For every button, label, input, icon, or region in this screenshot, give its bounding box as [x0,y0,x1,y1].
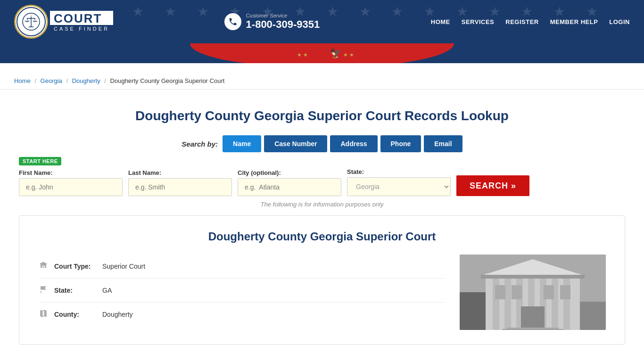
svg-text:★ ★: ★ ★ [343,52,354,58]
search-button[interactable]: SEARCH » [456,175,529,196]
nav-login[interactable]: LOGIN [609,18,630,25]
city-input[interactable] [238,178,341,196]
svg-rect-17 [460,292,488,330]
phone-icon [224,13,241,30]
logo-area: ★ ★ ★ COURT CASE FINDER [14,5,113,39]
tab-name[interactable]: Name [223,135,261,152]
breadcrumb-dougherty[interactable]: Dougherty [72,77,100,84]
breadcrumb-sep-1: / [34,77,36,84]
svg-rect-32 [560,285,570,299]
main-nav: HOME SERVICES REGISTER MEMBER HELP LOGIN [431,18,630,25]
court-type-key: Court Type: [54,263,97,270]
svg-text:🦅: 🦅 [330,48,342,59]
last-name-label: Last Name: [128,169,232,176]
logo-inner: ★ ★ ★ [17,7,46,36]
svg-rect-28 [521,306,545,330]
breadcrumb-sep-3: / [104,77,106,84]
breadcrumb-georgia[interactable]: Georgia [41,77,62,84]
court-info-layout: Court Type: Superior Court State: GA [38,255,606,330]
svg-rect-34 [502,329,563,330]
court-image [460,255,606,330]
state-select[interactable]: Georgia Alabama Alaska Arizona Arkansas … [347,177,451,196]
svg-rect-30 [512,285,522,299]
tab-address[interactable]: Address [330,135,377,152]
phone-area: Customer Service 1-800-309-9351 [224,13,320,31]
svg-text:★: ★ [24,20,26,23]
svg-rect-31 [544,285,554,299]
building-icon [38,261,49,272]
arc-svg: ★ ★ 🦅 ★ ★ [0,43,644,68]
state-label: State: [347,168,451,175]
first-name-group: First Name: [19,169,123,196]
breadcrumb-current: Dougherty County Georgia Superior Court [110,77,225,84]
nav-home[interactable]: HOME [431,18,450,25]
svg-rect-27 [481,275,585,279]
customer-service-label: Customer Service [246,13,320,18]
last-name-group: Last Name: [128,169,232,196]
main-content: Dougherty County Georgia Superior Court … [0,90,644,354]
site-header: ★ ★ ★ COURT CASE FINDER Customer Service… [0,0,644,43]
court-type-row: Court Type: Superior Court [38,255,446,279]
city-group: City (optional): [238,169,341,196]
svg-text:★: ★ [36,20,38,23]
state-key: State: [54,287,97,294]
flag-icon [38,285,49,296]
info-note: The following is for information purpose… [19,201,625,208]
scales-icon: ★ ★ ★ [22,13,40,31]
first-name-label: First Name: [19,169,123,176]
first-name-input[interactable] [19,178,123,196]
search-form-container: START HERE First Name: Last Name: City (… [19,157,625,196]
breadcrumb-sep-2: / [66,77,68,84]
county-val: Dougherty [102,311,133,318]
court-type-val: Superior Court [102,263,145,270]
search-by-label: Search by: [182,140,218,148]
tab-case-number[interactable]: Case Number [264,135,327,152]
city-label: City (optional): [238,169,341,176]
tab-phone[interactable]: Phone [380,135,421,152]
tab-email[interactable]: Email [424,135,462,152]
logo-circle: ★ ★ ★ [14,5,48,39]
svg-text:★ ★: ★ ★ [297,52,308,58]
state-group: State: Georgia Alabama Alaska Arizona Ar… [347,168,451,196]
white-strip [0,68,644,73]
svg-rect-11 [0,63,644,68]
page-title: Dougherty County Georgia Superior Court … [19,108,625,123]
svg-rect-29 [495,285,505,299]
logo-text: COURT CASE FINDER [50,11,113,33]
courthouse-svg [460,255,606,330]
court-card-title: Dougherty County Georgia Superior Court [38,230,606,243]
search-by-row: Search by: Name Case Number Address Phon… [19,135,625,152]
county-key: County: [54,311,97,318]
breadcrumb: Home / Georgia / Dougherty / Dougherty C… [0,73,644,90]
nav-services[interactable]: SERVICES [462,18,495,25]
logo-court-text: COURT [50,11,113,25]
header-arc-section: ★ ★ 🦅 ★ ★ [0,43,644,68]
svg-text:★: ★ [30,14,32,16]
phone-svg [228,17,238,26]
court-details: Court Type: Superior Court State: GA [38,255,446,326]
phone-number: 1-800-309-9351 [246,18,320,31]
logo-case-finder-text: CASE FINDER [50,25,113,33]
start-here-badge: START HERE [19,157,625,168]
court-card: Dougherty County Georgia Superior Court … [19,215,625,345]
phone-details: Customer Service 1-800-309-9351 [246,13,320,31]
state-val: GA [102,287,112,294]
map-icon [38,309,49,320]
county-row: County: Dougherty [38,303,446,326]
last-name-input[interactable] [128,178,232,196]
svg-rect-20 [504,278,511,330]
search-form-row: First Name: Last Name: City (optional): … [19,168,625,196]
breadcrumb-home[interactable]: Home [14,77,31,84]
nav-register[interactable]: REGISTER [505,18,538,25]
state-row: State: GA [38,279,446,303]
nav-member-help[interactable]: MEMBER HELP [550,18,598,25]
